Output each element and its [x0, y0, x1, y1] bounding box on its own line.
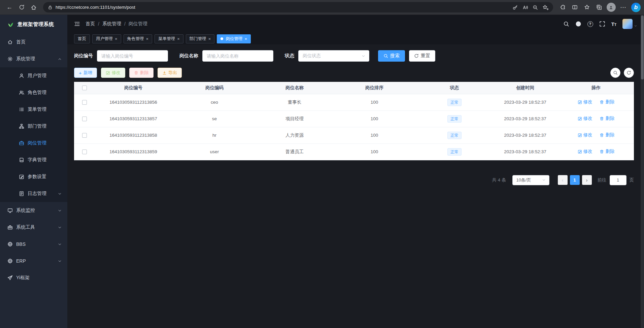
tab-departments[interactable]: 部门管理 ×	[186, 34, 215, 43]
row-delete-link[interactable]: 删除	[600, 149, 614, 155]
chevron-down-icon	[58, 242, 62, 247]
refresh-table-button[interactable]	[624, 68, 634, 78]
export-button[interactable]: 导出	[158, 68, 182, 78]
status-select[interactable]: 岗位状态	[298, 50, 369, 62]
column-post-sort: 岗位排序	[332, 82, 417, 94]
add-button[interactable]: + 新增	[74, 68, 97, 78]
close-icon[interactable]: ×	[208, 37, 211, 41]
next-page-button[interactable]: ›	[582, 175, 592, 185]
zoom-button[interactable]	[530, 2, 540, 12]
refresh-icon	[19, 4, 25, 10]
post-code-input[interactable]	[97, 50, 168, 62]
favorites-button[interactable]	[581, 1, 593, 13]
table-row: 1641030593112313859 user 普通员工 100 正常 202…	[74, 143, 634, 160]
add-favorite-button[interactable]	[540, 2, 550, 12]
sidebar-item-departments[interactable]: 部门管理	[0, 118, 67, 135]
goto-page-input[interactable]	[610, 175, 626, 185]
collections-button[interactable]	[593, 1, 605, 13]
search-button[interactable]: 搜索	[378, 50, 405, 62]
prev-page-button[interactable]: ‹	[558, 175, 568, 185]
sidebar-item-parameters[interactable]: 参数设置	[0, 168, 67, 185]
tab-roles[interactable]: 角色管理 ×	[124, 34, 152, 43]
sidebar-toggle-button[interactable]	[74, 21, 80, 27]
sidebar-item-system[interactable]: 系统管理	[0, 51, 67, 67]
sidebar-item-logs[interactable]: 日志管理	[0, 185, 67, 202]
cell-created-time: 2023-03-29 18:52:37	[492, 94, 558, 110]
sidebar-item-home[interactable]: 首页	[0, 34, 67, 51]
tab-label: 首页	[78, 36, 86, 42]
fullscreen-icon[interactable]	[599, 21, 605, 27]
password-key-button[interactable]	[510, 2, 520, 12]
logo[interactable]: 意框架管理系统	[0, 15, 67, 34]
sidebar-item-menus[interactable]: 菜单管理	[0, 101, 67, 118]
user-menu[interactable]	[622, 19, 637, 29]
browser-back-button[interactable]: ←	[3, 1, 15, 13]
address-bar[interactable]: https://ccnetcore.com:1101/system/post	[43, 2, 553, 12]
tab-menus[interactable]: 菜单管理 ×	[155, 34, 183, 43]
sidebar-item-posts[interactable]: 岗位管理	[0, 135, 67, 152]
page-size-select[interactable]: 10条/页	[512, 175, 549, 185]
tab-home[interactable]: 首页	[74, 34, 90, 43]
read-aloud-button[interactable]	[520, 2, 530, 12]
help-icon[interactable]: ?	[587, 21, 593, 27]
bing-button[interactable]: b	[631, 3, 641, 12]
user-icon	[19, 73, 24, 78]
sidebar-item-users[interactable]: 用户管理	[0, 67, 67, 84]
textsize-small: T	[614, 23, 616, 27]
sidebar-item-erp[interactable]: ERP	[0, 253, 67, 269]
row-checkbox[interactable]	[82, 100, 87, 105]
close-icon[interactable]: ×	[177, 37, 180, 41]
select-all-checkbox[interactable]	[82, 86, 87, 90]
scrollbar-thumb[interactable]	[641, 15, 644, 79]
font-size-icon[interactable]: TT	[611, 21, 616, 27]
search-icon[interactable]	[563, 21, 569, 27]
globe-icon	[7, 258, 13, 264]
sidebar-item-bbs[interactable]: BBS	[0, 236, 67, 253]
browser-home-button[interactable]	[28, 1, 40, 13]
cell-created-time: 2023-03-29 18:52:37	[492, 110, 558, 127]
row-delete-label: 删除	[605, 116, 614, 122]
edit-button[interactable]: 修改	[101, 68, 125, 78]
sidebar-item-roles[interactable]: 角色管理	[0, 84, 67, 101]
row-delete-link[interactable]: 删除	[600, 132, 614, 138]
sidebar-item-tools[interactable]: 系统工具	[0, 219, 67, 236]
browser-refresh-button[interactable]	[15, 1, 28, 13]
close-icon[interactable]: ×	[244, 37, 247, 41]
toggle-search-button[interactable]	[610, 68, 620, 78]
page-content: 岗位编号 岗位名称 状态 岗位状态 搜索	[67, 44, 644, 328]
breadcrumb-system[interactable]: 系统管理	[102, 21, 121, 27]
row-checkbox[interactable]	[82, 133, 87, 138]
row-checkbox[interactable]	[82, 117, 87, 121]
close-icon[interactable]: ×	[115, 37, 117, 41]
trash-icon	[600, 133, 604, 137]
page-1-button[interactable]: 1	[570, 175, 580, 185]
row-delete-link[interactable]: 删除	[600, 116, 614, 122]
total-count: 共 4 条	[492, 177, 506, 183]
sidebar-item-yi-framework[interactable]: Yi框架	[0, 269, 67, 286]
reset-button[interactable]: 重置	[409, 50, 435, 62]
row-edit-link[interactable]: 修改	[578, 116, 592, 122]
github-icon[interactable]	[575, 21, 581, 27]
row-edit-link[interactable]: 修改	[578, 99, 592, 105]
tab-posts[interactable]: 岗位管理 ×	[217, 34, 251, 43]
row-edit-link[interactable]: 修改	[578, 132, 592, 138]
browser-menu-button[interactable]: ⋯	[617, 1, 629, 13]
post-name-input[interactable]	[202, 50, 273, 62]
sidebar-item-dictionaries[interactable]: 字典管理	[0, 152, 67, 168]
tab-label: 岗位管理	[226, 36, 242, 42]
row-edit-label: 修改	[583, 149, 592, 155]
row-edit-link[interactable]: 修改	[578, 149, 592, 155]
sidebar-item-monitoring[interactable]: 系统监控	[0, 202, 67, 219]
row-delete-link[interactable]: 删除	[600, 99, 614, 105]
extensions-button[interactable]	[556, 1, 569, 13]
row-checkbox[interactable]	[82, 150, 87, 154]
split-screen-button[interactable]	[569, 1, 581, 13]
edit-button-label: 修改	[112, 70, 121, 76]
delete-button[interactable]: 删除	[129, 68, 154, 78]
close-icon[interactable]: ×	[146, 37, 149, 41]
browser-profile-button[interactable]	[605, 1, 617, 13]
breadcrumb-home[interactable]: 首页	[86, 21, 95, 27]
export-button-label: 导出	[168, 70, 177, 76]
page-scrollbar	[641, 15, 644, 328]
tab-users[interactable]: 用户管理 ×	[92, 34, 121, 43]
